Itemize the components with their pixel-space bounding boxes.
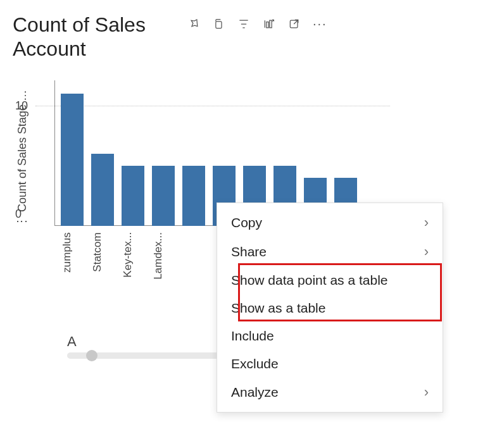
- menu-share[interactable]: Share ›: [217, 237, 443, 266]
- menu-label: Copy: [231, 215, 262, 230]
- menu-analyze[interactable]: Analyze ›: [217, 378, 443, 407]
- y-tick-10: 10: [15, 99, 28, 112]
- page-title: Count of Sales Account: [13, 13, 177, 61]
- menu-copy[interactable]: Copy ›: [217, 208, 443, 237]
- cat-label: Key-tex...: [122, 232, 144, 280]
- export-icon[interactable]: [287, 17, 301, 31]
- horizontal-scrollbar[interactable]: [67, 352, 232, 359]
- menu-label: Exclude: [231, 356, 279, 371]
- cat-label: [182, 232, 205, 280]
- chevron-right-icon: ›: [424, 384, 429, 401]
- menu-exclude[interactable]: Exclude: [217, 350, 443, 378]
- x-axis-label: A: [67, 333, 77, 350]
- bar-statcom[interactable]: [91, 154, 114, 226]
- chevron-right-icon: ›: [424, 215, 429, 231]
- svg-rect-2: [270, 20, 272, 28]
- y-tick-0: 0: [15, 207, 22, 220]
- menu-include[interactable]: Include: [217, 322, 443, 350]
- cat-label: zumplus: [61, 232, 84, 280]
- menu-show-data-point[interactable]: Show data point as a table: [217, 266, 443, 294]
- filter-icon[interactable]: [237, 17, 251, 31]
- context-menu: Copy › Share › Show data point as a tabl…: [217, 202, 443, 413]
- menu-label: Show as a table: [231, 301, 325, 316]
- more-options-icon[interactable]: ···: [313, 16, 327, 31]
- copy-icon[interactable]: [211, 17, 225, 31]
- visual-toolbar: ···: [186, 13, 327, 31]
- scrollbar-thumb[interactable]: [86, 350, 97, 361]
- focus-mode-icon[interactable]: [262, 17, 276, 31]
- menu-label: Analyze: [231, 385, 279, 400]
- chevron-right-icon: ›: [424, 244, 429, 260]
- pin-icon[interactable]: [186, 17, 200, 31]
- svg-rect-1: [267, 22, 268, 27]
- bar-lamdex[interactable]: [152, 166, 175, 226]
- bar-5[interactable]: [182, 166, 205, 226]
- menu-show-as-table[interactable]: Show as a table: [217, 294, 443, 322]
- menu-label: Show data point as a table: [231, 273, 388, 288]
- bar-key-tex[interactable]: [122, 166, 144, 226]
- menu-label: Share: [231, 244, 267, 259]
- cat-label: Lamdex...: [152, 232, 175, 280]
- y-axis: [54, 80, 55, 226]
- bar-zumplus[interactable]: [61, 94, 84, 226]
- cat-label: Statcom: [91, 232, 114, 280]
- menu-label: Include: [231, 328, 274, 344]
- svg-rect-0: [216, 21, 222, 28]
